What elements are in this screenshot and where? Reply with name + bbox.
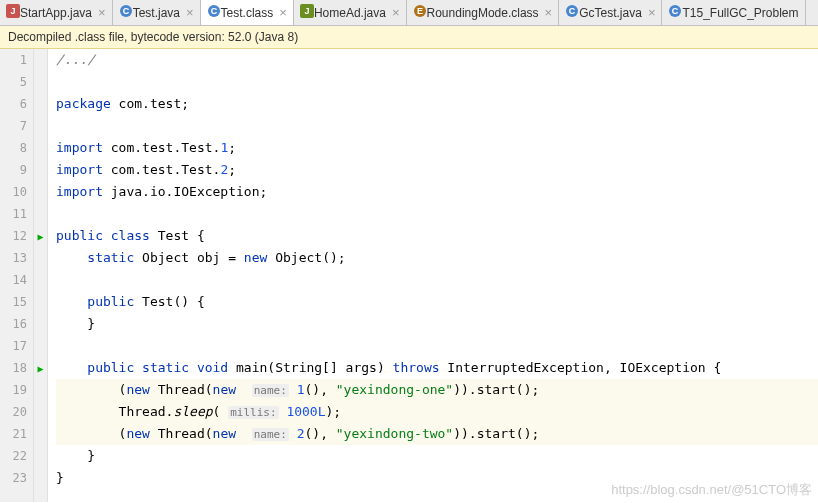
editor-tabs: J StartApp.java × C Test.java × C Test.c…	[0, 0, 818, 26]
close-icon[interactable]: ×	[392, 6, 400, 19]
line-number: 16	[0, 313, 27, 335]
line-number: 17	[0, 335, 27, 357]
tab-label: HomeAd.java	[314, 6, 386, 20]
line-gutter: 1 5 6 7 8 9 10 11 12 13 14 15 16 17 18 1…	[0, 49, 34, 502]
tab-label: GcTest.java	[579, 6, 642, 20]
svg-text:C: C	[122, 6, 129, 16]
line-number: 1	[0, 49, 27, 71]
tab-roundingmode[interactable]: E RoundingMode.class ×	[407, 0, 560, 25]
line-number: 7	[0, 115, 27, 137]
class-file-icon: C	[119, 4, 133, 21]
close-icon[interactable]: ×	[545, 6, 553, 19]
tab-label: T15_FullGC_Problem	[682, 6, 798, 20]
line-number: 14	[0, 269, 27, 291]
class-file-icon: C	[207, 4, 221, 21]
tab-startapp[interactable]: J StartApp.java ×	[0, 0, 113, 25]
line-number: 15	[0, 291, 27, 313]
tab-t15fullgc[interactable]: C T15_FullGC_Problem	[662, 0, 805, 25]
enum-file-icon: E	[413, 4, 427, 21]
close-icon[interactable]: ×	[279, 6, 287, 19]
run-gutter-icon[interactable]: ▶	[37, 231, 43, 242]
line-number: 21	[0, 423, 27, 445]
tab-test-class[interactable]: C Test.class ×	[201, 0, 294, 25]
run-gutter-icon[interactable]: ▶	[37, 363, 43, 374]
line-number: 8	[0, 137, 27, 159]
tab-label: StartApp.java	[20, 6, 92, 20]
code-area[interactable]: /.../ package com.test; import com.test.…	[48, 49, 818, 502]
svg-text:J: J	[10, 6, 15, 16]
code-editor[interactable]: 1 5 6 7 8 9 10 11 12 13 14 15 16 17 18 1…	[0, 49, 818, 502]
line-number: 12	[0, 225, 27, 247]
line-number: 6	[0, 93, 27, 115]
svg-text:E: E	[417, 6, 423, 16]
line-number: 13	[0, 247, 27, 269]
line-number: 20	[0, 401, 27, 423]
java-file-icon: J	[300, 4, 314, 21]
svg-text:C: C	[672, 6, 679, 16]
tab-label: RoundingMode.class	[427, 6, 539, 20]
class-file-icon: C	[565, 4, 579, 21]
line-number: 11	[0, 203, 27, 225]
parameter-hint: name:	[252, 384, 289, 397]
tab-homead[interactable]: J HomeAd.java ×	[294, 0, 407, 25]
close-icon[interactable]: ×	[648, 6, 656, 19]
tab-label: Test.class	[221, 6, 274, 20]
svg-text:J: J	[304, 6, 309, 16]
line-number: 22	[0, 445, 27, 467]
parameter-hint: name:	[252, 428, 289, 441]
tab-gctest[interactable]: C GcTest.java ×	[559, 0, 662, 25]
tab-label: Test.java	[133, 6, 180, 20]
line-number: 18	[0, 357, 27, 379]
line-number: 5	[0, 71, 27, 93]
tab-test-java[interactable]: C Test.java ×	[113, 0, 201, 25]
line-number: 19	[0, 379, 27, 401]
line-number: 23	[0, 467, 27, 489]
svg-text:C: C	[569, 6, 576, 16]
svg-text:C: C	[210, 6, 217, 16]
line-number: 10	[0, 181, 27, 203]
decompiled-banner: Decompiled .class file, bytecode version…	[0, 26, 818, 49]
close-icon[interactable]: ×	[98, 6, 106, 19]
gutter-markers: ▶ ▶	[34, 49, 48, 502]
line-number: 9	[0, 159, 27, 181]
parameter-hint: millis:	[228, 406, 278, 419]
folded-comment[interactable]: /.../	[56, 52, 95, 67]
close-icon[interactable]: ×	[186, 6, 194, 19]
class-file-icon: C	[668, 4, 682, 21]
java-file-icon: J	[6, 4, 20, 21]
